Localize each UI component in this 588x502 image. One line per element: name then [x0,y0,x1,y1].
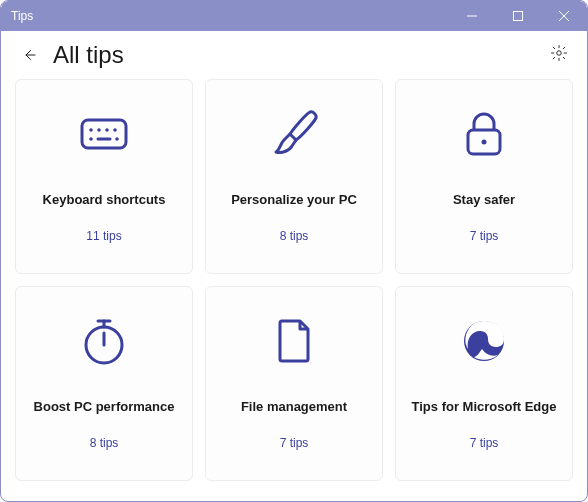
card-title: File management [241,399,347,414]
stopwatch-icon [76,301,132,381]
card-file-management[interactable]: File management 7 tips [205,286,383,481]
card-microsoft-edge[interactable]: Tips for Microsoft Edge 7 tips [395,286,573,481]
page-title: All tips [53,41,547,69]
svg-point-14 [482,140,487,145]
file-icon [266,301,322,381]
keyboard-icon [76,94,132,174]
card-title: Boost PC performance [34,399,175,414]
svg-rect-5 [82,120,126,148]
card-title: Keyboard shortcuts [43,192,166,207]
card-count: 7 tips [470,436,499,450]
card-count: 8 tips [280,229,309,243]
card-count: 7 tips [280,436,309,450]
card-title: Stay safer [453,192,515,207]
svg-point-9 [113,128,117,132]
svg-rect-1 [514,12,523,21]
card-stay-safer[interactable]: Stay safer 7 tips [395,79,573,274]
close-button[interactable] [541,1,587,31]
card-keyboard-shortcuts[interactable]: Keyboard shortcuts 11 tips [15,79,193,274]
lock-icon [456,94,512,174]
edge-icon [456,301,512,381]
svg-point-12 [115,137,119,141]
gear-icon [550,44,568,66]
card-count: 7 tips [470,229,499,243]
window-title: Tips [11,9,449,23]
header: All tips [1,31,587,79]
minimize-button[interactable] [449,1,495,31]
card-title: Personalize your PC [231,192,357,207]
card-boost-performance[interactable]: Boost PC performance 8 tips [15,286,193,481]
maximize-button[interactable] [495,1,541,31]
titlebar: Tips [1,1,587,31]
card-title: Tips for Microsoft Edge [412,399,557,414]
svg-point-10 [89,137,93,141]
tips-grid: Keyboard shortcuts 11 tips Personalize y… [15,79,573,481]
settings-button[interactable] [547,43,571,67]
svg-point-4 [557,51,562,56]
content: Keyboard shortcuts 11 tips Personalize y… [1,79,587,501]
svg-point-7 [97,128,101,132]
svg-point-6 [89,128,93,132]
brush-icon [266,94,322,174]
card-personalize-pc[interactable]: Personalize your PC 8 tips [205,79,383,274]
back-button[interactable] [17,43,41,67]
svg-point-8 [105,128,109,132]
card-count: 11 tips [86,229,121,243]
card-count: 8 tips [90,436,119,450]
